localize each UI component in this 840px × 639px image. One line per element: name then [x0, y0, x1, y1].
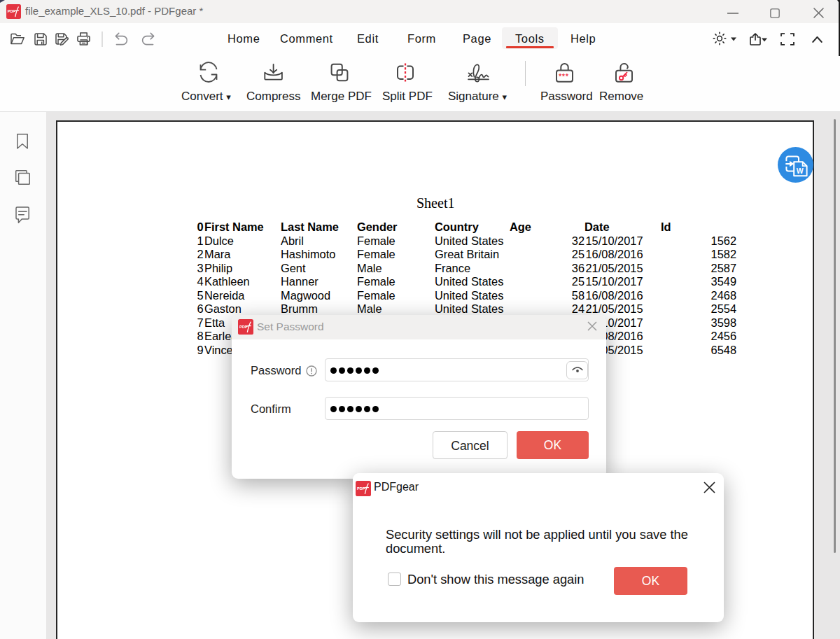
svg-text:***: ***: [559, 73, 569, 80]
svg-text:W: W: [797, 167, 804, 175]
